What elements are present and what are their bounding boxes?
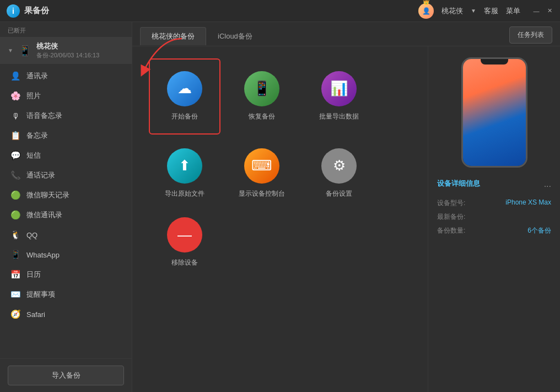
device-phone-icon: 📱 xyxy=(19,45,31,57)
action-restore[interactable]: 📱 恢复备份 xyxy=(231,63,292,129)
detail-label: 备份数量: xyxy=(437,226,476,235)
sidebar-item-label: 短信 xyxy=(26,151,41,160)
restore-icon: 📱 xyxy=(244,71,279,106)
titlebar-right: 👤 桃花侠 ▼ 客服 菜单 — ✕ xyxy=(418,3,553,19)
voice-memo-icon: 🎙 xyxy=(10,111,21,121)
reminders-icon: ✉️ xyxy=(10,289,21,299)
phone-notch xyxy=(481,59,508,65)
content-area: 桃花侠的备份 iCloud备份 任务列表 ☁ 开始备份 📱 恢复备份 📊 批量导… xyxy=(132,22,560,392)
detail-label: 设备型号: xyxy=(437,198,476,208)
username: 桃花侠 xyxy=(441,6,463,16)
sidebar-item-label: 日历 xyxy=(26,270,41,280)
sidebar-item-voice-memo[interactable]: 🎙 语音备忘录 xyxy=(0,106,132,126)
sidebar-item-reminders[interactable]: ✉️ 提醒事项 xyxy=(0,284,132,304)
sidebar-item-sms[interactable]: 💬 短信 xyxy=(0,146,132,165)
remove-icon: — xyxy=(167,217,202,253)
sidebar-item-label: QQ xyxy=(26,231,37,239)
sidebar-items: 👤 通讯录 🌸 照片 🎙 语音备忘录 📋 备忘录 💬 短信 📞 通话记录 🟢 微… xyxy=(0,64,132,358)
sidebar-item-label: 通讯录 xyxy=(26,71,48,81)
close-btn[interactable]: ✕ xyxy=(546,7,553,15)
sms-icon: 💬 xyxy=(10,151,21,160)
call-log-icon: 📞 xyxy=(10,170,21,180)
sidebar-item-safari[interactable]: 🧭 Safari xyxy=(0,304,132,324)
device-backup-date: 备份-20/06/03 14:16:13 xyxy=(36,51,124,60)
export-label: 批量导出数据 xyxy=(319,112,359,121)
sidebar-item-wechat-contacts[interactable]: 🟢 微信通讯录 xyxy=(0,205,132,225)
device-detail-row: 设备型号: iPhone XS Max xyxy=(437,198,551,208)
service-btn[interactable]: 客服 xyxy=(484,6,498,16)
sidebar-section-label: 已断开 xyxy=(0,22,132,37)
detail-value: 6个备份 xyxy=(476,226,551,235)
console-label: 显示设备控制台 xyxy=(239,189,285,198)
restore-label: 恢复备份 xyxy=(249,112,275,121)
device-detail-rows: 设备型号: iPhone XS Max 最新备份: 备份数量: 6个备份 xyxy=(437,198,551,240)
user-dropdown-icon[interactable]: ▼ xyxy=(471,8,476,14)
backup-label: 开始备份 xyxy=(171,112,198,121)
device-item[interactable]: ▼ 📱 桃花侠 备份-20/06/03 14:16:13 xyxy=(0,37,132,64)
export-icon: 📊 xyxy=(321,71,357,106)
console-icon: ⌨ xyxy=(244,148,279,184)
sidebar-item-label: 通话记录 xyxy=(26,170,55,180)
calendar-icon: 📅 xyxy=(10,270,21,280)
sidebar-item-photos[interactable]: 🌸 照片 xyxy=(0,86,132,106)
window-controls: — ✕ xyxy=(532,7,553,15)
sidebar-item-label: 语音备忘录 xyxy=(26,111,62,121)
sidebar-item-whatsapp[interactable]: 📱 WhatsApp xyxy=(0,245,132,265)
raw-icon: ⬆ xyxy=(167,148,202,184)
phone-screen xyxy=(463,59,526,166)
action-settings[interactable]: ⚙ 备份设置 xyxy=(309,140,369,206)
sidebar-item-qq[interactable]: 🐧 QQ xyxy=(0,225,132,245)
notes-icon: 📋 xyxy=(10,131,21,141)
action-remove[interactable]: — 移除设备 xyxy=(154,217,215,267)
wechat-contacts-icon: 🟢 xyxy=(10,210,21,220)
avatar[interactable]: 👤 xyxy=(418,3,434,19)
sidebar-item-label: 提醒事项 xyxy=(26,289,55,299)
detail-label: 最新备份: xyxy=(437,212,476,222)
device-detail-title: 设备详细信息 xyxy=(437,179,480,189)
sidebar-footer: 导入备份 xyxy=(0,358,132,392)
settings-icon: ⚙ xyxy=(321,148,357,184)
action-raw[interactable]: ⬆ 导出原始文件 xyxy=(154,140,215,206)
sidebar-item-label: WhatsApp xyxy=(26,251,60,259)
titlebar: i 果备份 👤 桃花侠 ▼ 客服 菜单 — ✕ xyxy=(0,0,560,22)
sidebar-item-label: 备忘录 xyxy=(26,131,48,141)
sidebar-item-call-log[interactable]: 📞 通话记录 xyxy=(0,165,132,185)
action-export[interactable]: 📊 批量导出数据 xyxy=(309,63,369,129)
task-list-button[interactable]: 任务列表 xyxy=(509,26,552,44)
sidebar-item-contacts[interactable]: 👤 通讯录 xyxy=(0,66,132,86)
sidebar-item-calendar[interactable]: 📅 日历 xyxy=(0,265,132,284)
action-area: ☁ 开始备份 📱 恢复备份 📊 批量导出数据 ⬆ 导出原始文件 ⌨ 显示设备控制… xyxy=(132,46,560,392)
sidebar-item-wechat[interactable]: 🟢 微信聊天记录 xyxy=(0,185,132,205)
tab-icloud[interactable]: iCloud备份 xyxy=(206,27,264,45)
settings-label: 备份设置 xyxy=(326,189,352,198)
raw-label: 导出原始文件 xyxy=(165,189,204,198)
device-detail-row: 备份数量: 6个备份 xyxy=(437,226,551,235)
device-detail-row: 最新备份: xyxy=(437,212,551,222)
wechat-icon: 🟢 xyxy=(10,190,21,200)
phone-mockup xyxy=(461,57,527,168)
tab-local[interactable]: 桃花侠的备份 xyxy=(140,27,206,45)
action-grid: ☁ 开始备份 📱 恢复备份 📊 批量导出数据 ⬆ 导出原始文件 ⌨ 显示设备控制… xyxy=(154,63,406,267)
detail-value: iPhone XS Max xyxy=(476,198,551,208)
action-grid-container: ☁ 开始备份 📱 恢复备份 📊 批量导出数据 ⬆ 导出原始文件 ⌨ 显示设备控制… xyxy=(132,46,428,392)
menu-btn[interactable]: 菜单 xyxy=(506,6,520,16)
action-console[interactable]: ⌨ 显示设备控制台 xyxy=(231,140,292,206)
app-title: 果备份 xyxy=(24,6,418,16)
import-backup-button[interactable]: 导入备份 xyxy=(8,366,124,385)
safari-icon: 🧭 xyxy=(10,309,21,319)
detail-value xyxy=(476,212,551,222)
action-backup[interactable]: ☁ 开始备份 xyxy=(154,63,215,129)
device-name: 桃花侠 xyxy=(36,41,124,51)
app-logo: i xyxy=(7,4,20,18)
minimize-btn[interactable]: — xyxy=(532,7,540,15)
tabbar: 桃花侠的备份 iCloud备份 任务列表 xyxy=(132,22,560,46)
device-panel: 设备详细信息 ··· 设备型号: iPhone XS Max 最新备份: 备份数… xyxy=(428,46,560,392)
remove-label: 移除设备 xyxy=(171,258,198,267)
photos-icon: 🌸 xyxy=(10,91,21,101)
contacts-icon: 👤 xyxy=(10,71,21,81)
device-more-icon[interactable]: ··· xyxy=(544,181,551,191)
qq-icon: 🐧 xyxy=(10,230,21,240)
sidebar-item-notes[interactable]: 📋 备忘录 xyxy=(0,126,132,146)
sidebar-item-label: 微信通讯录 xyxy=(26,210,62,220)
whatsapp-icon: 📱 xyxy=(10,250,21,260)
